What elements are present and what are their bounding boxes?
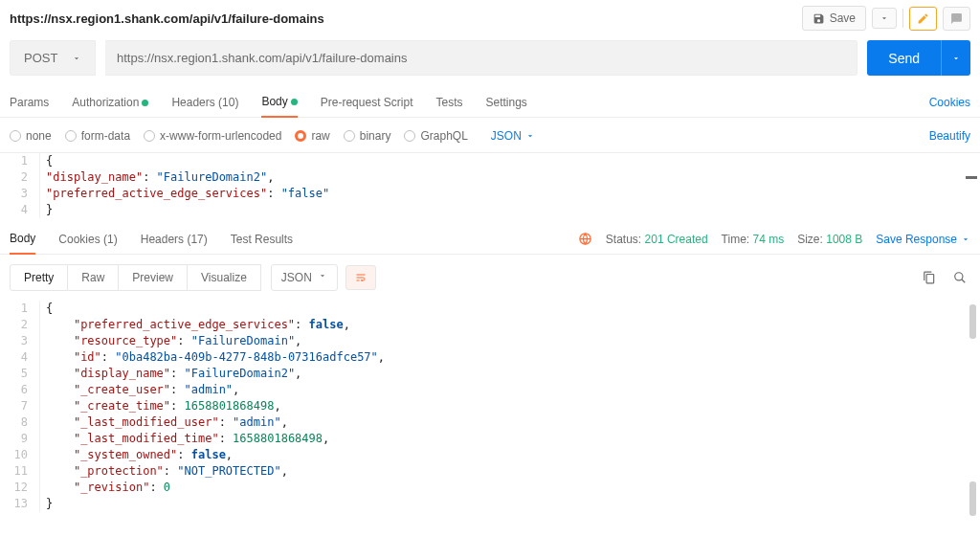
tab-settings[interactable]: Settings <box>486 88 527 117</box>
radio-icon <box>144 130 155 142</box>
pencil-icon <box>917 12 929 25</box>
send-group: Send <box>867 40 970 76</box>
tab-body[interactable]: Body <box>261 87 297 118</box>
radio-icon <box>404 130 415 142</box>
body-type-xwww[interactable]: x-www-form-urlencoded <box>144 129 281 143</box>
status-value: 201 Created <box>645 233 708 246</box>
method-select[interactable]: POST <box>10 40 96 76</box>
resp-tab-body[interactable]: Body <box>10 224 35 255</box>
status-dot-icon <box>291 99 298 105</box>
wrap-icon <box>354 272 368 283</box>
comment-button[interactable] <box>943 7 970 31</box>
radio-icon <box>295 130 306 142</box>
body-type-row: none form-data x-www-form-urlencoded raw… <box>0 118 980 152</box>
response-view-modes: Pretty Raw Preview Visualize JSON <box>0 255 980 301</box>
request-tabs: Params Authorization Headers (10) Body P… <box>0 87 980 118</box>
tab-params[interactable]: Params <box>10 88 49 117</box>
chevron-down-icon <box>72 54 81 63</box>
size-value: 1008 B <box>826 233 862 246</box>
chevron-down-icon <box>318 271 327 284</box>
beautify-link[interactable]: Beautify <box>929 129 970 143</box>
request-body-editor[interactable]: 1{2"display_name": "FailureDomain2",3"pr… <box>0 152 980 218</box>
response-body-viewer[interactable]: 1{2 "preferred_active_edge_services": fa… <box>0 301 980 520</box>
scrollbar-thumb[interactable] <box>969 304 976 339</box>
view-raw[interactable]: Raw <box>68 264 119 291</box>
time-label: Time: <box>722 233 750 246</box>
edit-button[interactable] <box>909 7 937 31</box>
radio-icon <box>65 130 77 142</box>
radio-icon <box>10 130 21 142</box>
resp-tab-testresults[interactable]: Test Results <box>231 225 293 254</box>
size-label: Size: <box>797 233 823 246</box>
minimap-indicator <box>966 176 977 179</box>
header-row: https://nsx.region1.shank.com/api/v1/fai… <box>0 0 980 40</box>
send-dropdown[interactable] <box>941 40 970 76</box>
tab-tests[interactable]: Tests <box>435 88 462 117</box>
send-button[interactable]: Send <box>867 40 941 76</box>
request-bar: POST Send <box>0 40 980 87</box>
save-button[interactable]: Save <box>802 6 866 31</box>
scrollbar-thumb[interactable] <box>969 481 976 516</box>
view-preview[interactable]: Preview <box>119 264 188 291</box>
body-type-binary[interactable]: binary <box>344 129 391 143</box>
chevron-down-icon <box>951 54 961 63</box>
response-meta: Status: 201 Created Time: 74 ms Size: 10… <box>578 232 970 246</box>
time-value: 74 ms <box>753 233 785 246</box>
method-value: POST <box>24 51 57 65</box>
radio-icon <box>344 130 355 142</box>
divider <box>902 9 903 28</box>
cookies-link[interactable]: Cookies <box>929 96 970 109</box>
url-input[interactable] <box>105 40 858 76</box>
response-format-select[interactable]: JSON <box>271 264 338 291</box>
save-label: Save <box>830 11 856 25</box>
comment-icon <box>950 12 963 25</box>
tab-prerequest[interactable]: Pre-request Script <box>321 88 413 117</box>
wrap-lines-button[interactable] <box>345 265 376 290</box>
chevron-down-icon <box>880 13 889 23</box>
status-dot-icon <box>142 100 148 106</box>
body-type-raw[interactable]: raw <box>295 129 329 143</box>
header-actions: Save <box>802 6 970 31</box>
copy-button[interactable] <box>919 267 940 288</box>
body-type-none[interactable]: none <box>10 129 52 143</box>
request-title: https://nsx.region1.shank.com/api/v1/fai… <box>10 11 794 26</box>
save-icon <box>813 12 825 25</box>
chevron-down-icon <box>961 235 970 244</box>
raw-format-select[interactable]: JSON <box>491 129 535 143</box>
view-pretty[interactable]: Pretty <box>10 264 68 291</box>
tab-headers[interactable]: Headers (10) <box>171 88 238 117</box>
save-dropdown[interactable] <box>872 8 897 29</box>
body-type-formdata[interactable]: form-data <box>65 129 130 143</box>
search-button[interactable] <box>949 267 970 288</box>
search-icon <box>953 271 967 284</box>
resp-tab-headers[interactable]: Headers (17) <box>141 225 208 254</box>
status-label: Status: <box>606 233 641 246</box>
copy-icon <box>923 271 936 284</box>
response-actions <box>919 267 970 288</box>
resp-tab-cookies[interactable]: Cookies (1) <box>58 225 117 254</box>
response-tabs: Body Cookies (1) Headers (17) Test Resul… <box>0 224 980 255</box>
save-response[interactable]: Save Response <box>876 233 970 246</box>
globe-icon[interactable] <box>578 232 592 246</box>
tab-authorization[interactable]: Authorization <box>72 88 148 117</box>
view-visualize[interactable]: Visualize <box>188 264 261 291</box>
svg-point-1 <box>955 273 963 280</box>
body-type-graphql[interactable]: GraphQL <box>404 129 467 143</box>
chevron-down-icon <box>525 131 535 141</box>
